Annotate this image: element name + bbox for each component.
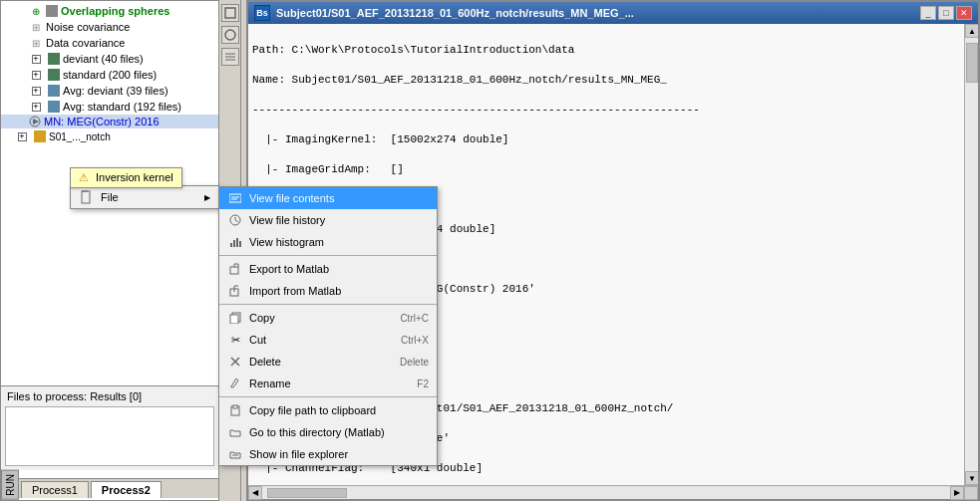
submenu-arrow: ▶ xyxy=(204,193,210,202)
svg-rect-16 xyxy=(239,241,241,247)
tabs-and-run: RUN Process1 Process2 xyxy=(1,470,218,500)
svg-rect-14 xyxy=(233,240,235,247)
expand-icon-avg-deviant: + xyxy=(29,84,43,98)
item-icon-noise: ⊞ xyxy=(29,20,43,34)
left-panel: ⊕ Overlapping spheres ⊞ Noise covariance… xyxy=(0,0,219,501)
scroll-right-btn[interactable]: ▶ xyxy=(950,486,964,500)
menu-item-show-explorer[interactable]: Show in file explorer xyxy=(219,443,437,465)
view-contents-label: View file contents xyxy=(249,192,334,204)
bs-logo: Bs xyxy=(254,5,270,21)
menu-item-delete[interactable]: Delete Delete xyxy=(219,351,437,373)
item-icon-s01 xyxy=(34,130,46,142)
scroll-down-btn[interactable]: ▼ xyxy=(965,471,978,485)
scroll-left-btn[interactable]: ◀ xyxy=(248,486,262,500)
svg-rect-17 xyxy=(230,267,238,274)
tree-item-data-cov[interactable]: ⊞ Data covariance xyxy=(1,35,218,51)
file-icon xyxy=(79,189,95,205)
file-menu-label: File xyxy=(101,191,119,203)
copy-path-label: Copy file path to clipboard xyxy=(249,404,376,416)
histogram-icon xyxy=(227,234,243,250)
vertical-scrollbar[interactable]: ▲ ▼ xyxy=(964,24,978,485)
side-btn-1[interactable] xyxy=(221,4,239,22)
tree-item-s01[interactable]: + S01_..._notch xyxy=(1,128,218,144)
scrollbar-corner xyxy=(964,486,978,500)
menu-item-cut[interactable]: ✂ Cut Ctrl+X xyxy=(219,329,437,351)
menu-item-copy-path[interactable]: Copy file path to clipboard xyxy=(219,399,437,421)
menu-item-copy[interactable]: Copy Ctrl+C xyxy=(219,307,437,329)
horizontal-scrollbar[interactable]: ◀ ▶ xyxy=(248,485,978,499)
scroll-track-v[interactable] xyxy=(965,38,978,471)
svg-point-3 xyxy=(225,30,235,40)
scroll-track-h[interactable] xyxy=(262,487,950,499)
tree-item-standard[interactable]: + standard (200 files) xyxy=(1,67,218,83)
side-btn-3[interactable] xyxy=(221,48,239,66)
minimize-button[interactable]: _ xyxy=(920,6,936,20)
close-button[interactable]: ✕ xyxy=(956,6,972,20)
left-bottom: Files to process: Results [0] RUN Proces… xyxy=(1,385,218,500)
window-title: Subject01/S01_AEF_20131218_01_600Hz_notc… xyxy=(276,7,634,19)
run-label: RUN xyxy=(1,470,19,500)
tab-process1[interactable]: Process1 xyxy=(21,481,89,498)
tree-item-overlapping[interactable]: ⊕ Overlapping spheres xyxy=(1,3,218,19)
content-name: Name: Subject01/S01_AEF_20131218_01_600H… xyxy=(252,73,960,88)
menu-item-export-matlab[interactable]: Export to Matlab xyxy=(219,258,437,280)
tree-item-label: deviant (40 files) xyxy=(63,53,144,65)
svg-rect-15 xyxy=(236,238,238,247)
copy-label: Copy xyxy=(249,312,275,324)
import-icon xyxy=(227,283,243,299)
clipboard-icon xyxy=(227,402,243,418)
svg-rect-7 xyxy=(82,191,90,203)
export-matlab-label: Export to Matlab xyxy=(249,263,329,275)
view-icon xyxy=(227,190,243,206)
scroll-up-btn[interactable]: ▲ xyxy=(965,24,978,38)
files-section: Files to process: Results [0] xyxy=(1,385,218,470)
spacer xyxy=(19,470,218,478)
svg-rect-25 xyxy=(233,405,237,408)
cut-icon: ✂ xyxy=(227,332,243,348)
view-histogram-label: View histogram xyxy=(249,236,324,248)
show-explorer-label: Show in file explorer xyxy=(249,448,348,460)
maximize-button[interactable]: □ xyxy=(938,6,954,20)
goto-dir-label: Go to this directory (Matlab) xyxy=(249,426,385,438)
rename-shortcut: F2 xyxy=(397,378,429,389)
item-icon-datacov: ⊞ xyxy=(29,36,43,50)
menu-item-file[interactable]: File ▶ View file contents View file hist… xyxy=(71,186,218,208)
side-btn-2[interactable] xyxy=(221,26,239,44)
svg-rect-21 xyxy=(230,315,238,324)
rename-icon xyxy=(227,376,243,391)
expand-icon-s01: + xyxy=(15,129,29,143)
menu-item-view-contents[interactable]: View file contents xyxy=(219,187,437,209)
tab-bar: Process1 Process2 xyxy=(19,478,218,498)
window-titlebar: Bs Subject01/S01_AEF_20131218_01_600Hz_n… xyxy=(248,2,978,24)
copy-icon xyxy=(227,310,243,326)
file-submenu: View file contents View file history Vie… xyxy=(218,186,438,466)
item-icon-mn-meg xyxy=(29,116,41,127)
scroll-thumb-v[interactable] xyxy=(966,43,978,83)
menu-item-rename[interactable]: Rename F2 xyxy=(219,373,437,394)
tree-item-label: Data covariance xyxy=(46,37,126,49)
tree-item-label: Avg: standard (192 files) xyxy=(63,101,181,113)
warning-icon: ⚠ xyxy=(79,171,89,183)
scroll-thumb-h[interactable] xyxy=(267,488,347,498)
menu-item-import-matlab[interactable]: Import from Matlab xyxy=(219,280,437,302)
tooltip-text: Inversion kernel xyxy=(96,171,173,183)
svg-marker-1 xyxy=(33,119,39,125)
tree-item-mn-meg[interactable]: MN: MEG(Constr) 2016 xyxy=(1,115,218,128)
window-controls: _ □ ✕ xyxy=(920,6,972,20)
menu-item-view-history[interactable]: View file history xyxy=(219,209,437,231)
tree-item-avg-standard[interactable]: + Avg: standard (192 files) xyxy=(1,99,218,115)
cut-shortcut: Ctrl+X xyxy=(381,335,429,346)
item-icon-avg-standard xyxy=(48,101,60,113)
item-icon-avg-deviant xyxy=(48,85,60,97)
expand-icon-standard: + xyxy=(29,68,43,82)
expand-icon-deviant: + xyxy=(29,52,43,66)
tab-process2[interactable]: Process2 xyxy=(91,481,162,498)
tree-item-avg-deviant[interactable]: + Avg: deviant (39 files) xyxy=(1,83,218,99)
tree-item-noise-cov[interactable]: ⊞ Noise covariance xyxy=(1,19,218,35)
tree-item-label: standard (200 files) xyxy=(63,69,157,81)
menu-item-view-histogram[interactable]: View histogram xyxy=(219,231,437,253)
tree-item-deviant[interactable]: + deviant (40 files) xyxy=(1,51,218,67)
menu-item-goto-dir[interactable]: Go to this directory (Matlab) xyxy=(219,421,437,443)
history-icon xyxy=(227,212,243,228)
content-field-0: |- ImagingKernel: [15002x274 double] xyxy=(252,132,960,147)
